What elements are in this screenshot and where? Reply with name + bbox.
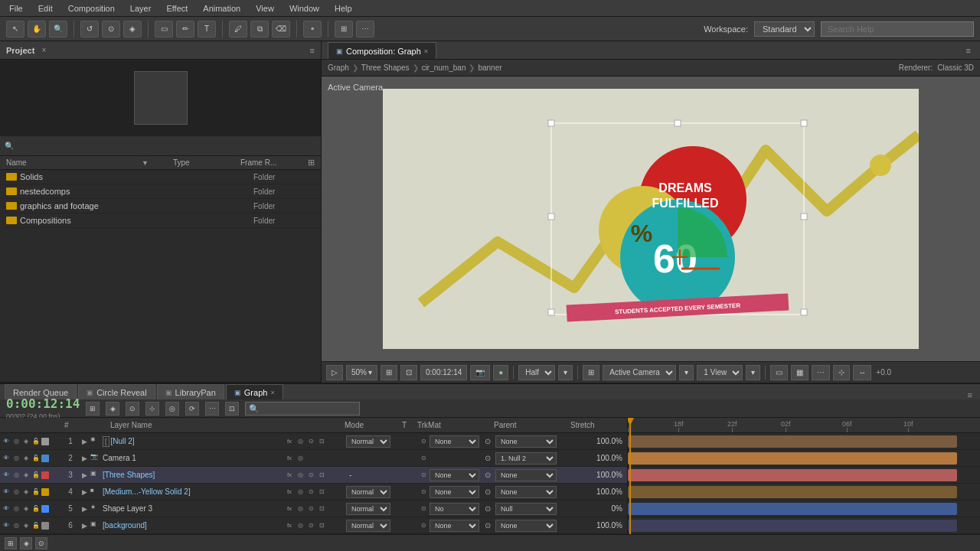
- layer-1-motion[interactable]: ◎: [296, 437, 305, 446]
- project-panel-close[interactable]: ×: [39, 46, 48, 55]
- tl-tab-circle-reveal[interactable]: ▣ Circle Reveal: [78, 384, 155, 399]
- layer-2-audio[interactable]: ◎: [11, 454, 21, 463]
- breadcrumb-banner[interactable]: banner: [478, 64, 501, 72]
- layer-4-eye[interactable]: 👁: [2, 487, 11, 497]
- comp-tabs-menu[interactable]: ≡: [963, 46, 974, 55]
- tl-tab-graph[interactable]: ▣ Graph ×: [226, 384, 283, 399]
- layer-1-audio[interactable]: ◎: [11, 437, 21, 446]
- hand-tool[interactable]: ✋: [28, 21, 46, 37]
- select-tool[interactable]: ↖: [6, 21, 24, 37]
- layer-row-2[interactable]: 👁 ◎ ◈ 🔓 2 ▶ 📷 Camera 1 fx ◎: [0, 450, 627, 467]
- layer-3-adjust[interactable]: ⊡: [317, 471, 326, 480]
- vc-time-btn[interactable]: 0:00:12:14: [420, 365, 467, 380]
- vc-render3-btn[interactable]: ⋯: [812, 365, 830, 380]
- text-tool[interactable]: T: [198, 21, 216, 37]
- layer-4-fx[interactable]: fx: [285, 487, 294, 497]
- track-bar-4[interactable]: [628, 486, 957, 498]
- timeline-tabs-menu[interactable]: ≡: [965, 390, 975, 399]
- layer-4-mode-select[interactable]: Normal: [346, 486, 390, 498]
- vc-render1-btn[interactable]: ▭: [770, 365, 788, 380]
- vc-extra-btn[interactable]: ↔: [853, 365, 871, 380]
- layer-2-parent-select[interactable]: 1. Null 2: [495, 452, 557, 465]
- vc-safe-btn[interactable]: ⊡: [400, 365, 417, 380]
- tl-tab-graph-close[interactable]: ×: [270, 389, 274, 396]
- track-bar-6[interactable]: [628, 520, 957, 532]
- workspace-select[interactable]: Standard: [754, 21, 815, 37]
- layer-6-motion[interactable]: ◎: [296, 521, 305, 530]
- project-panel-menu[interactable]: ≡: [310, 46, 315, 55]
- layer-2-lock[interactable]: 🔓: [31, 454, 41, 463]
- tl-bot-btn-3[interactable]: ⊙: [35, 537, 47, 549]
- layer-6-solo[interactable]: ◈: [21, 521, 31, 530]
- layer-5-mode-select[interactable]: Normal: [346, 503, 390, 515]
- layer-5-solo[interactable]: ◈: [21, 504, 31, 514]
- align-tool[interactable]: ⊞: [335, 21, 353, 37]
- layer-1-lock[interactable]: 🔓: [31, 437, 41, 446]
- comp-tab-graph[interactable]: ▣ Composition: Graph ×: [328, 42, 436, 59]
- layer-1-eye[interactable]: 👁: [2, 437, 11, 446]
- zoom-tool[interactable]: 🔍: [49, 21, 67, 37]
- menu-help[interactable]: Help: [332, 2, 355, 15]
- track-bar-3[interactable]: [628, 469, 957, 481]
- menu-animation[interactable]: Animation: [200, 2, 243, 15]
- clone-tool[interactable]: ⧉: [250, 21, 269, 37]
- layer-4-motion[interactable]: ◎: [296, 487, 305, 497]
- tree-item-compositions[interactable]: Compositions Folder: [0, 214, 321, 228]
- tl-tab-library-pan[interactable]: ▣ LibraryPan: [157, 384, 224, 399]
- layer-6-audio[interactable]: ◎: [11, 521, 21, 530]
- pen-tool[interactable]: ✏: [176, 21, 194, 37]
- layer-3-audio[interactable]: ◎: [11, 471, 21, 480]
- layer-3-eye[interactable]: 👁: [2, 471, 11, 480]
- search-help-input[interactable]: [821, 21, 974, 37]
- layer-row-4[interactable]: 👁 ◎ ◈ 🔓 4 ▶ ■ [Medium...-Yellow Solid 2]…: [0, 484, 627, 500]
- layer-row-6[interactable]: 👁 ◎ ◈ 🔓 6 ▶ ▣ [background] fx ◎: [0, 517, 627, 534]
- menu-composition[interactable]: Composition: [65, 2, 118, 15]
- layer-4-name[interactable]: [Medium...-Yellow Solid 2]: [103, 487, 285, 496]
- vc-camera-btn[interactable]: ▾: [679, 365, 694, 380]
- layer-6-trkmat-select[interactable]: None: [430, 520, 479, 532]
- layer-5-lock[interactable]: 🔓: [31, 504, 41, 514]
- layer-6-parent-select[interactable]: None: [495, 520, 557, 532]
- layer-4-audio[interactable]: ◎: [11, 487, 21, 497]
- layer-3-parent-select[interactable]: None: [495, 469, 557, 481]
- menu-view[interactable]: View: [253, 2, 277, 15]
- layer-6-adjust[interactable]: ⊡: [317, 521, 326, 530]
- layer-1-solo[interactable]: ◈: [21, 437, 31, 446]
- tl-btn-4[interactable]: ⊹: [145, 402, 159, 416]
- layer-4-solo[interactable]: ◈: [21, 487, 31, 497]
- vc-view-btn[interactable]: ▾: [746, 365, 760, 380]
- track-bar-2[interactable]: [628, 452, 957, 465]
- layer-3-name[interactable]: [Three Shapes]: [103, 471, 285, 479]
- vc-camera-icon-btn[interactable]: 📷: [470, 365, 490, 380]
- tl-bot-btn-2[interactable]: ◈: [20, 537, 32, 549]
- rect-tool[interactable]: ▭: [155, 21, 173, 37]
- track-bar-5[interactable]: [628, 503, 957, 515]
- tl-btn-3[interactable]: ⊙: [126, 402, 139, 416]
- layer-5-adjust[interactable]: ⊡: [317, 504, 326, 514]
- layer-4-3d[interactable]: ⊙: [306, 487, 315, 497]
- layer-1-name[interactable]: [Null 2]: [111, 437, 285, 445]
- vc-preview-btn[interactable]: ▷: [326, 365, 343, 380]
- vc-render4-btn[interactable]: ⊹: [833, 365, 850, 380]
- layer-5-name[interactable]: Shape Layer 3: [103, 504, 285, 513]
- layer-4-parent-select[interactable]: None: [495, 486, 557, 498]
- camera-tool2[interactable]: ◈: [123, 21, 142, 37]
- motion-tool[interactable]: ⋯: [356, 21, 374, 37]
- layer-5-motion[interactable]: ◎: [296, 504, 305, 514]
- tree-header-icon[interactable]: ⊞: [308, 158, 315, 168]
- tree-item-graphics[interactable]: graphics and footage Folder: [0, 199, 321, 214]
- layer-row-3[interactable]: 👁 ◎ ◈ 🔓 3 ▶ ▣ [Three Shapes] fx ◎: [0, 467, 627, 484]
- tl-btn-7[interactable]: ⋯: [205, 402, 219, 416]
- tree-item-solids[interactable]: Solids Folder: [0, 170, 321, 184]
- layer-2-solo[interactable]: ◈: [21, 454, 31, 463]
- tl-btn-2[interactable]: ◈: [106, 402, 119, 416]
- layer-5-expand[interactable]: ▶: [78, 503, 90, 515]
- layer-2-expand[interactable]: ▶: [78, 452, 90, 465]
- layer-1-expand[interactable]: ▶: [78, 435, 90, 448]
- layer-3-fx[interactable]: fx: [285, 471, 294, 480]
- layer-4-adjust[interactable]: ⊡: [317, 487, 326, 497]
- comp-viewport[interactable]: Active Camera: [322, 77, 980, 361]
- layer-6-lock[interactable]: 🔓: [31, 521, 41, 530]
- layer-5-eye[interactable]: 👁: [2, 504, 11, 514]
- layer-4-expand[interactable]: ▶: [78, 486, 90, 498]
